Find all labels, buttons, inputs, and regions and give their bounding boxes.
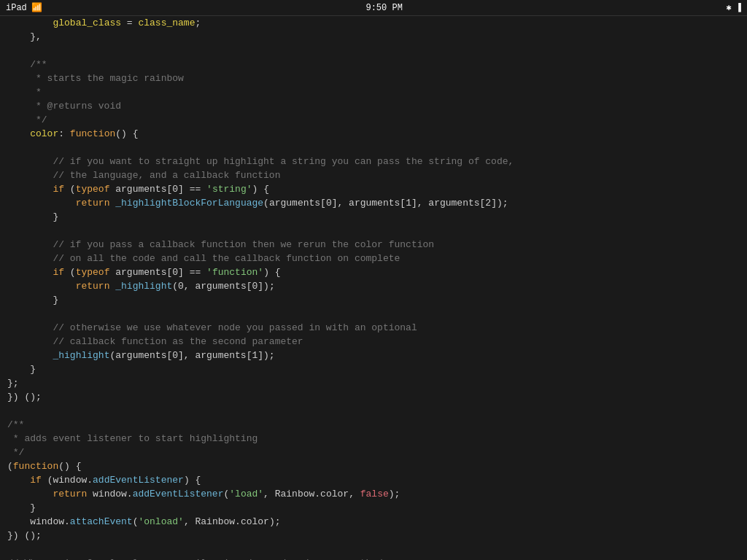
code-line: } <box>0 293 747 307</box>
code-editor[interactable]: global_class = class_name; }, /** * star… <box>0 16 747 560</box>
code-line: * @returns void <box>0 99 747 113</box>
code-line: */ <box>0 113 747 127</box>
code-line: }; <box>0 376 747 390</box>
code-line: if (window.addEventListener) { <box>0 473 747 487</box>
code-line: }, <box>0 30 747 44</box>
code-line <box>0 542 747 556</box>
code-line: if (typeof arguments[0] == 'function') { <box>0 265 747 279</box>
code-line: // on all the code and call the callback… <box>0 252 747 265</box>
code-line <box>0 141 747 155</box>
code-line <box>0 44 747 58</box>
wifi-icon: 📶 <box>31 2 42 13</box>
code-line: }) (); <box>0 529 747 542</box>
code-line: color: function() { <box>0 127 747 141</box>
code-line: // if you pass a callback function then … <box>0 238 747 252</box>
code-line: // otherwise we use whatever node you pa… <box>0 321 747 335</box>
code-line: } <box>0 501 747 515</box>
code-line: * starts the magic rainbow <box>0 71 747 85</box>
status-bar: iPad 📶 9:50 PM ✱ ▐ <box>0 0 747 16</box>
code-line: // callback function as the second param… <box>0 335 747 349</box>
code-line: }) (); <box>0 390 747 404</box>
code-line: */ <box>0 446 747 459</box>
status-right: ✱ ▐ <box>727 2 741 13</box>
code-line: return _highlightBlockForLanguage(argume… <box>0 196 747 210</box>
code-line: } <box>0 210 747 224</box>
device-name: iPad <box>6 3 27 13</box>
code-line: * <box>0 85 747 99</box>
code-line: _highlight(arguments[0], arguments[1]); <box>0 349 747 362</box>
status-left: iPad 📶 <box>6 2 42 13</box>
code-line: // When using Google closure compiler in… <box>0 556 747 560</box>
code-line: /** <box>0 58 747 71</box>
battery-icon: ▐ <box>736 3 741 13</box>
code-line: // the language, and a callback function <box>0 168 747 182</box>
code-line <box>0 404 747 418</box>
bluetooth-icon: ✱ <box>727 2 732 13</box>
code-line <box>0 307 747 321</box>
code-line: return _highlight(0, arguments[0]); <box>0 279 747 293</box>
code-line: window.attachEvent('onload', Rainbow.col… <box>0 515 747 529</box>
code-line: * adds event listener to start highlight… <box>0 432 747 446</box>
code-line: return window.addEventListener('load', R… <box>0 487 747 501</box>
code-line: } <box>0 362 747 376</box>
code-line: /** <box>0 418 747 432</box>
code-line: (function() { <box>0 459 747 473</box>
code-line: if (typeof arguments[0] == 'string') { <box>0 182 747 196</box>
code-line <box>0 224 747 238</box>
status-time: 9:50 PM <box>365 3 402 13</box>
code-line: global_class = class_name; <box>0 16 747 30</box>
code-line: // if you want to straight up highlight … <box>0 155 747 168</box>
